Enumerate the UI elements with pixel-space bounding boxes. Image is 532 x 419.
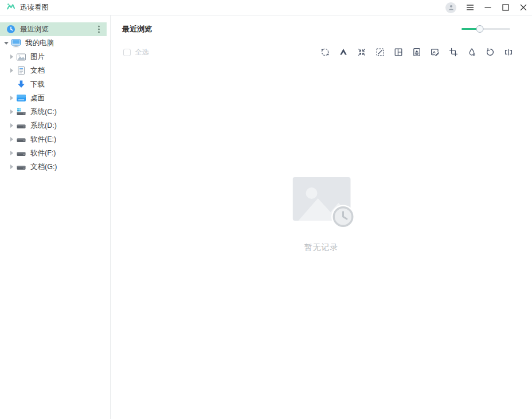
toolbar-actions	[320, 48, 513, 57]
pdf-icon	[339, 48, 348, 57]
empty-state: 暂无记录	[283, 177, 360, 253]
sidebar-item-downloads[interactable]: 下载	[0, 77, 110, 91]
drive-icon	[15, 135, 26, 143]
watermark-icon	[467, 48, 476, 57]
sidebar-item-label: 系统(D:)	[30, 121, 57, 131]
expander-right-icon[interactable]	[7, 96, 15, 100]
thumbnail-size-slider[interactable]	[461, 25, 510, 33]
sidebar-item-label: 我的电脑	[25, 38, 54, 48]
slider-thumb[interactable]	[476, 25, 484, 33]
id-photo-icon	[412, 48, 421, 57]
close-icon	[520, 4, 527, 11]
collage-button[interactable]	[394, 48, 403, 57]
sidebar-item-label: 桌面	[30, 93, 45, 103]
maximize-icon	[502, 4, 509, 11]
empty-state-text: 暂无记录	[304, 242, 339, 253]
crop-button[interactable]	[449, 48, 458, 57]
rotate-button[interactable]	[486, 48, 495, 57]
sidebar-item-label: 图片	[30, 52, 45, 62]
sidebar-item-drive-c[interactable]: 系统(C:)	[0, 105, 110, 119]
hamburger-icon	[466, 4, 474, 11]
id-photo-button[interactable]	[412, 48, 421, 57]
app-logo-icon	[6, 2, 15, 13]
computer-icon	[10, 38, 21, 48]
sidebar-item-drive-g[interactable]: 文档(G:)	[0, 160, 110, 174]
titlebar-left: 迅读看图	[0, 2, 49, 13]
main-panel: 最近浏览 全选	[111, 15, 532, 419]
select-all-label: 全选	[135, 48, 149, 57]
main-header: 最近浏览	[111, 15, 532, 33]
rotate-icon	[486, 48, 495, 57]
expander-right-icon[interactable]	[7, 68, 15, 73]
expander-right-icon[interactable]	[7, 165, 15, 169]
sidebar-item-my-computer[interactable]: 我的电脑	[0, 36, 110, 50]
pdf-export-button[interactable]	[339, 48, 348, 57]
sidebar-item-desktop[interactable]: 桌面	[0, 91, 110, 105]
compress-icon	[357, 48, 366, 57]
drive-windows-icon	[15, 108, 26, 116]
expander-right-icon[interactable]	[7, 151, 15, 155]
drive-icon	[15, 149, 26, 157]
select-all-checkbox[interactable]	[123, 49, 131, 56]
drive-icon	[15, 163, 26, 171]
clock-icon	[5, 25, 16, 34]
menu-button[interactable]	[461, 0, 479, 15]
titlebar: 迅读看图	[0, 0, 532, 15]
resize-icon	[375, 48, 385, 57]
user-avatar[interactable]	[445, 2, 456, 13]
pictures-icon	[15, 53, 26, 61]
collage-icon	[394, 48, 403, 57]
edit-image-icon	[431, 48, 440, 57]
app-window: 迅读看图	[0, 0, 532, 419]
expander-right-icon[interactable]	[7, 54, 15, 59]
watermark-button[interactable]	[467, 48, 476, 57]
sidebar-item-drive-e[interactable]: 软件(E:)	[0, 132, 110, 146]
drive-icon	[15, 122, 26, 130]
rename-button[interactable]	[504, 48, 513, 57]
convert-format-button[interactable]	[320, 48, 330, 57]
close-button[interactable]	[514, 0, 532, 15]
sidebar-item-drive-d[interactable]: 系统(D:)	[0, 119, 110, 132]
resize-button[interactable]	[375, 48, 385, 57]
person-icon	[448, 4, 455, 11]
expander-down-icon[interactable]	[2, 42, 10, 45]
sidebar-item-recent[interactable]: 最近浏览	[0, 22, 107, 36]
sidebar-item-drive-f[interactable]: 软件(F:)	[0, 146, 110, 160]
expander-right-icon[interactable]	[7, 137, 15, 142]
sidebar-item-label: 文档	[30, 66, 45, 76]
minimize-icon	[484, 4, 491, 11]
expander-right-icon[interactable]	[7, 109, 15, 114]
expander-right-icon[interactable]	[7, 123, 15, 128]
download-icon	[15, 80, 26, 89]
documents-icon	[15, 66, 26, 75]
maximize-button[interactable]	[496, 0, 514, 15]
app-title: 迅读看图	[20, 3, 49, 13]
titlebar-right	[445, 0, 532, 15]
sidebar-item-label: 系统(C:)	[30, 107, 57, 117]
sidebar-item-label: 软件(E:)	[30, 135, 56, 144]
sidebar-item-label: 下载	[30, 80, 45, 89]
sidebar: 最近浏览 我的电脑	[0, 15, 111, 419]
no-records-placeholder-icon	[292, 177, 360, 234]
minimize-button[interactable]	[479, 0, 496, 15]
sidebar-item-label: 文档(G:)	[30, 162, 57, 172]
sidebar-item-label: 软件(F:)	[30, 148, 56, 158]
sidebar-item-documents[interactable]: 文档	[0, 64, 110, 77]
edit-image-button[interactable]	[431, 48, 440, 57]
sidebar-item-pictures[interactable]: 图片	[0, 50, 110, 64]
convert-icon	[320, 48, 330, 57]
desktop-icon	[15, 94, 26, 102]
crop-icon	[449, 48, 458, 57]
rename-icon	[504, 48, 513, 57]
window-body: 最近浏览 我的电脑	[0, 15, 532, 419]
page-title: 最近浏览	[122, 24, 152, 34]
sidebar-item-label: 最近浏览	[20, 25, 49, 34]
toolbar: 全选	[111, 46, 532, 58]
compress-button[interactable]	[357, 48, 366, 57]
recent-overflow-menu-icon[interactable]	[96, 24, 101, 35]
select-all-control[interactable]: 全选	[123, 48, 149, 57]
